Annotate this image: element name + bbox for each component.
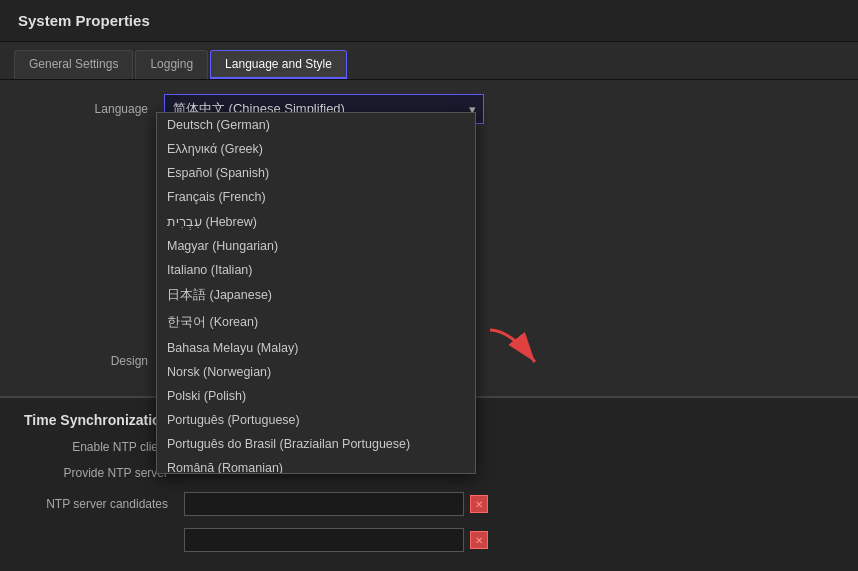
ntp-candidates-row-2: ✕ [24,528,834,552]
dropdown-item[interactable]: 日本語 (Japanese) [157,282,475,309]
tab-language-and-style[interactable]: Language and Style [210,50,347,79]
dropdown-item[interactable]: Português (Portuguese) [157,408,475,432]
ntp-candidates-label: NTP server candidates [24,497,184,511]
dropdown-item[interactable]: Bahasa Melayu (Malay) [157,336,475,360]
ntp-candidates-remove-icon-1[interactable]: ✕ [470,495,488,513]
dropdown-item[interactable]: Italiano (Italian) [157,258,475,282]
language-dropdown-list: Deutsch (German)Ελληνικά (Greek)Español … [157,113,475,473]
ntp-candidates-input-1[interactable] [184,492,464,516]
tab-general-settings[interactable]: General Settings [14,50,133,79]
dropdown-item[interactable]: Română (Romanian) [157,456,475,473]
dropdown-item[interactable]: עִבְרִית (Hebrew) [157,209,475,234]
panel-title: System Properties [0,0,858,42]
dropdown-item[interactable]: Norsk (Norwegian) [157,360,475,384]
dropdown-item[interactable]: Deutsch (German) [157,113,475,137]
system-properties-panel: System Properties General Settings Loggi… [0,0,858,571]
dropdown-item[interactable]: Français (French) [157,185,475,209]
tab-logging[interactable]: Logging [135,50,208,79]
language-dropdown: Deutsch (German)Ελληνικά (Greek)Español … [156,112,476,474]
content-area: Language 简体中文 (Chinese Simplified) Deuts… [0,80,858,571]
ntp-candidates-input-2[interactable] [184,528,464,552]
tab-bar: General Settings Logging Language and St… [0,42,858,80]
language-label: Language [24,102,164,116]
dropdown-item[interactable]: Magyar (Hungarian) [157,234,475,258]
dropdown-item[interactable]: Ελληνικά (Greek) [157,137,475,161]
language-section: Language 简体中文 (Chinese Simplified) Deuts… [0,80,858,396]
dropdown-item[interactable]: Español (Spanish) [157,161,475,185]
ntp-candidates-remove-icon-2[interactable]: ✕ [470,531,488,549]
dropdown-item[interactable]: Português do Brasil (Braziailan Portugue… [157,432,475,456]
ntp-candidates-row: NTP server candidates ✕ [24,492,834,516]
dropdown-item[interactable]: Polski (Polish) [157,384,475,408]
design-label: Design [24,354,164,368]
dropdown-item[interactable]: 한국어 (Korean) [157,309,475,336]
